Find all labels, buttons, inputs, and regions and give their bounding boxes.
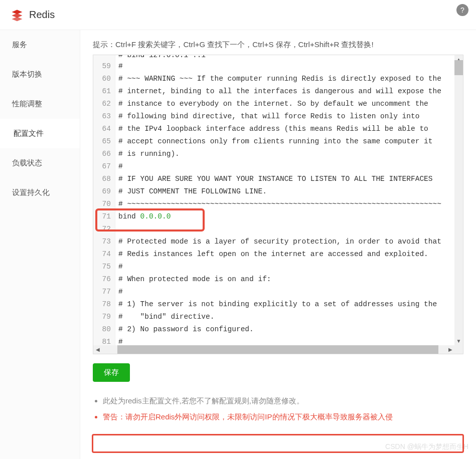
- sidebar: 服务 版本切换 性能调整 配置文件 负载状态 设置持久化: [0, 30, 80, 459]
- sidebar-item-persistence[interactable]: 设置持久化: [0, 178, 80, 207]
- help-icon[interactable]: ?: [456, 4, 468, 16]
- scroll-thumb-h[interactable]: [117, 345, 438, 354]
- horizontal-scrollbar[interactable]: ◀ ▶: [93, 345, 454, 354]
- sidebar-item-version[interactable]: 版本切换: [0, 60, 80, 89]
- main-content: 提示：Ctrl+F 搜索关键字，Ctrl+G 查找下一个，Ctrl+S 保存，C…: [80, 30, 476, 459]
- save-button[interactable]: 保存: [93, 363, 130, 382]
- editor-tip: 提示：Ctrl+F 搜索关键字，Ctrl+G 查找下一个，Ctrl+S 保存，C…: [93, 40, 463, 50]
- note-item-warning: 警告：请勿开启Redis外网访问权限，未限制访问IP的情况下极大概率导致服务器被…: [103, 409, 463, 425]
- main-container: 服务 版本切换 性能调整 配置文件 负载状态 设置持久化 提示：Ctrl+F 搜…: [0, 30, 476, 459]
- sidebar-item-service[interactable]: 服务: [0, 30, 80, 60]
- scroll-left-icon[interactable]: ◀: [93, 345, 102, 354]
- header-title: Redis: [29, 9, 55, 21]
- vertical-scrollbar[interactable]: ▲ ▼: [454, 55, 463, 345]
- scroll-corner: [454, 345, 463, 354]
- sidebar-item-load[interactable]: 负载状态: [0, 148, 80, 178]
- config-editor[interactable]: 5960616263646566676869707172737475767778…: [93, 55, 463, 354]
- config-notes: 此处为redis主配置文件,若您不了解配置规则,请勿随意修改。 警告：请勿开启R…: [93, 393, 463, 425]
- note-item: 此处为redis主配置文件,若您不了解配置规则,请勿随意修改。: [103, 393, 463, 409]
- scroll-right-icon[interactable]: ▶: [446, 345, 454, 354]
- scroll-thumb[interactable]: [454, 60, 463, 75]
- sidebar-item-config[interactable]: 配置文件: [0, 119, 80, 148]
- redis-logo-icon: [10, 8, 24, 22]
- header: Redis ?: [0, 0, 476, 30]
- scroll-down-icon[interactable]: ▼: [454, 337, 463, 345]
- sidebar-item-performance[interactable]: 性能调整: [0, 89, 80, 119]
